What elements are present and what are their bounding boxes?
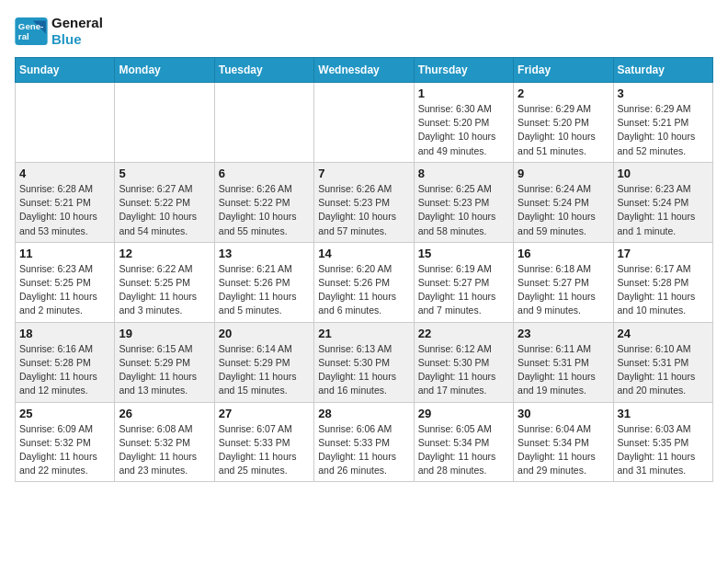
day-cell	[214, 83, 313, 163]
calendar-header-row: SundayMondayTuesdayWednesdayThursdayFrid…	[16, 58, 713, 83]
day-number: 10	[618, 167, 709, 180]
day-cell: 28Sunrise: 6:06 AMSunset: 5:33 PMDayligh…	[314, 402, 414, 482]
day-cell: 14Sunrise: 6:20 AMSunset: 5:26 PMDayligh…	[314, 242, 414, 322]
day-number: 21	[318, 327, 409, 340]
day-number: 13	[219, 247, 310, 260]
day-info: Sunrise: 6:26 AMSunset: 5:22 PMDaylight:…	[219, 182, 310, 238]
day-info: Sunrise: 6:22 AMSunset: 5:25 PMDaylight:…	[119, 262, 210, 318]
svg-text:Gene-: Gene-	[18, 21, 43, 31]
day-info: Sunrise: 6:17 AMSunset: 5:28 PMDaylight:…	[618, 262, 709, 318]
day-info: Sunrise: 6:30 AMSunset: 5:20 PMDaylight:…	[418, 102, 509, 158]
day-number: 20	[219, 327, 310, 340]
day-cell: 24Sunrise: 6:10 AMSunset: 5:31 PMDayligh…	[613, 322, 712, 402]
day-number: 6	[219, 167, 310, 180]
day-cell: 17Sunrise: 6:17 AMSunset: 5:28 PMDayligh…	[613, 242, 712, 322]
day-cell: 12Sunrise: 6:22 AMSunset: 5:25 PMDayligh…	[115, 242, 214, 322]
day-number: 5	[119, 167, 210, 180]
day-number: 3	[618, 86, 709, 100]
day-info: Sunrise: 6:29 AMSunset: 5:20 PMDaylight:…	[518, 102, 609, 158]
day-info: Sunrise: 6:06 AMSunset: 5:33 PMDaylight:…	[318, 422, 409, 478]
day-number: 12	[119, 247, 210, 260]
header-monday: Monday	[115, 58, 214, 83]
day-number: 24	[618, 327, 709, 340]
day-info: Sunrise: 6:08 AMSunset: 5:32 PMDaylight:…	[119, 422, 210, 478]
day-number: 29	[418, 407, 509, 420]
day-cell: 6Sunrise: 6:26 AMSunset: 5:22 PMDaylight…	[214, 162, 313, 242]
day-number: 25	[19, 407, 110, 420]
day-number: 4	[19, 167, 110, 180]
header-tuesday: Tuesday	[214, 58, 313, 83]
day-info: Sunrise: 6:12 AMSunset: 5:30 PMDaylight:…	[418, 342, 509, 398]
day-cell: 13Sunrise: 6:21 AMSunset: 5:26 PMDayligh…	[214, 242, 313, 322]
header-saturday: Saturday	[613, 58, 712, 83]
page-header: Gene- ral General Blue	[15, 15, 713, 48]
day-number: 7	[318, 167, 409, 180]
day-cell: 3Sunrise: 6:29 AMSunset: 5:21 PMDaylight…	[613, 83, 712, 163]
header-sunday: Sunday	[16, 58, 115, 83]
day-cell: 15Sunrise: 6:19 AMSunset: 5:27 PMDayligh…	[414, 242, 513, 322]
day-info: Sunrise: 6:25 AMSunset: 5:23 PMDaylight:…	[418, 182, 509, 238]
day-number: 8	[418, 167, 509, 180]
day-cell: 23Sunrise: 6:11 AMSunset: 5:31 PMDayligh…	[514, 322, 613, 402]
day-number: 26	[119, 407, 210, 420]
day-info: Sunrise: 6:05 AMSunset: 5:34 PMDaylight:…	[418, 422, 509, 478]
day-cell: 11Sunrise: 6:23 AMSunset: 5:25 PMDayligh…	[16, 242, 115, 322]
day-cell: 26Sunrise: 6:08 AMSunset: 5:32 PMDayligh…	[115, 402, 214, 482]
day-info: Sunrise: 6:10 AMSunset: 5:31 PMDaylight:…	[618, 342, 709, 398]
day-info: Sunrise: 6:15 AMSunset: 5:29 PMDaylight:…	[119, 342, 210, 398]
day-number: 30	[518, 407, 609, 420]
day-info: Sunrise: 6:26 AMSunset: 5:23 PMDaylight:…	[318, 182, 409, 238]
svg-text:ral: ral	[18, 31, 29, 41]
day-info: Sunrise: 6:29 AMSunset: 5:21 PMDaylight:…	[618, 102, 709, 158]
day-cell	[16, 83, 115, 163]
header-friday: Friday	[514, 58, 613, 83]
day-info: Sunrise: 6:09 AMSunset: 5:32 PMDaylight:…	[19, 422, 110, 478]
day-number: 1	[418, 86, 509, 100]
day-number: 14	[318, 247, 409, 260]
day-number: 2	[518, 86, 609, 100]
day-number: 18	[19, 327, 110, 340]
logo-icon: Gene- ral	[15, 17, 48, 45]
day-cell: 25Sunrise: 6:09 AMSunset: 5:32 PMDayligh…	[16, 402, 115, 482]
day-info: Sunrise: 6:20 AMSunset: 5:26 PMDaylight:…	[318, 262, 409, 318]
day-number: 16	[518, 247, 609, 260]
week-row-4: 25Sunrise: 6:09 AMSunset: 5:32 PMDayligh…	[16, 402, 713, 482]
day-cell: 16Sunrise: 6:18 AMSunset: 5:27 PMDayligh…	[514, 242, 613, 322]
day-number: 17	[618, 247, 709, 260]
day-number: 19	[119, 327, 210, 340]
day-cell: 4Sunrise: 6:28 AMSunset: 5:21 PMDaylight…	[16, 162, 115, 242]
day-cell: 5Sunrise: 6:27 AMSunset: 5:22 PMDaylight…	[115, 162, 214, 242]
day-number: 23	[518, 327, 609, 340]
day-info: Sunrise: 6:19 AMSunset: 5:27 PMDaylight:…	[418, 262, 509, 318]
day-number: 31	[618, 407, 709, 420]
day-info: Sunrise: 6:28 AMSunset: 5:21 PMDaylight:…	[19, 182, 110, 238]
day-info: Sunrise: 6:04 AMSunset: 5:34 PMDaylight:…	[518, 422, 609, 478]
day-info: Sunrise: 6:13 AMSunset: 5:30 PMDaylight:…	[318, 342, 409, 398]
header-thursday: Thursday	[414, 58, 513, 83]
day-info: Sunrise: 6:07 AMSunset: 5:33 PMDaylight:…	[219, 422, 310, 478]
day-number: 11	[19, 247, 110, 260]
day-cell: 27Sunrise: 6:07 AMSunset: 5:33 PMDayligh…	[214, 402, 313, 482]
day-info: Sunrise: 6:23 AMSunset: 5:25 PMDaylight:…	[19, 262, 110, 318]
day-info: Sunrise: 6:23 AMSunset: 5:24 PMDaylight:…	[618, 182, 709, 238]
day-cell	[314, 83, 414, 163]
day-cell: 31Sunrise: 6:03 AMSunset: 5:35 PMDayligh…	[613, 402, 712, 482]
day-info: Sunrise: 6:18 AMSunset: 5:27 PMDaylight:…	[518, 262, 609, 318]
day-number: 28	[318, 407, 409, 420]
day-cell: 8Sunrise: 6:25 AMSunset: 5:23 PMDaylight…	[414, 162, 513, 242]
day-cell: 7Sunrise: 6:26 AMSunset: 5:23 PMDaylight…	[314, 162, 414, 242]
week-row-3: 18Sunrise: 6:16 AMSunset: 5:28 PMDayligh…	[16, 322, 713, 402]
day-cell: 1Sunrise: 6:30 AMSunset: 5:20 PMDaylight…	[414, 83, 513, 163]
day-cell: 30Sunrise: 6:04 AMSunset: 5:34 PMDayligh…	[514, 402, 613, 482]
day-info: Sunrise: 6:03 AMSunset: 5:35 PMDaylight:…	[618, 422, 709, 478]
day-info: Sunrise: 6:21 AMSunset: 5:26 PMDaylight:…	[219, 262, 310, 318]
week-row-2: 11Sunrise: 6:23 AMSunset: 5:25 PMDayligh…	[16, 242, 713, 322]
logo-text: General Blue	[51, 15, 103, 48]
day-cell: 29Sunrise: 6:05 AMSunset: 5:34 PMDayligh…	[414, 402, 513, 482]
logo: Gene- ral General Blue	[15, 15, 103, 48]
day-cell: 21Sunrise: 6:13 AMSunset: 5:30 PMDayligh…	[314, 322, 414, 402]
header-wednesday: Wednesday	[314, 58, 414, 83]
day-number: 22	[418, 327, 509, 340]
day-cell	[115, 83, 214, 163]
day-cell: 18Sunrise: 6:16 AMSunset: 5:28 PMDayligh…	[16, 322, 115, 402]
